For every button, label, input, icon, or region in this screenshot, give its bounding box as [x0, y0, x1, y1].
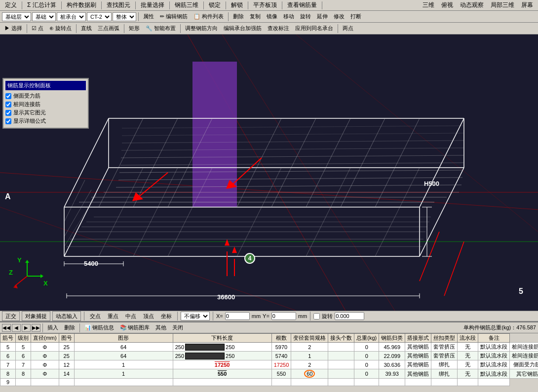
nav-last-btn[interactable]: ▶▶	[32, 324, 40, 332]
insert-btn[interactable]: 插入	[45, 323, 61, 333]
cell-cutlen[interactable]: 5740	[271, 352, 291, 360]
move-btn[interactable]: 移动	[281, 12, 297, 22]
edit-cap-btn[interactable]: 编辑承台加强筋	[221, 24, 264, 34]
copy-btn[interactable]: 复制	[247, 12, 263, 22]
cell-figno[interactable]: 64	[74, 343, 173, 352]
menu-view-qty[interactable]: 查看钢筋量	[284, 0, 320, 10]
x-input[interactable]	[225, 312, 250, 320]
cell-count[interactable]: 2	[291, 343, 328, 352]
table-container[interactable]: 筋号 级别 直径(mm) 图号 图形 下料长度 根数 变径套筒规格 接头个数 总…	[0, 333, 538, 392]
cell-grade[interactable]: Φ	[31, 369, 59, 379]
cell-shape[interactable]: 250 250	[173, 352, 271, 360]
cell-category[interactable]: 其他钢筋	[405, 343, 431, 352]
cell-shape[interactable]: 550	[173, 369, 271, 379]
cb-show-formula-check[interactable]	[5, 118, 11, 124]
cell-empty-12[interactable]	[431, 379, 458, 386]
cell-dia[interactable]: 12	[59, 360, 74, 369]
menu-3d[interactable]: 三维	[420, 0, 437, 10]
rect-btn[interactable]: 矩形	[126, 24, 142, 34]
cell-count[interactable]: 1	[291, 352, 328, 360]
cb-show-other[interactable]: 显示其它图元	[5, 109, 86, 116]
scope-select[interactable]: 整体	[113, 12, 136, 21]
select-btn[interactable]: ▶ 选择	[2, 24, 25, 34]
nav-next-btn[interactable]: ▶	[22, 324, 31, 332]
cell-taper[interactable]	[328, 352, 354, 360]
cell-grade[interactable]: Φ	[31, 343, 59, 352]
attr-btn[interactable]: 属性	[141, 12, 156, 22]
cell-cutlen[interactable]: 5970	[271, 343, 291, 352]
rebar-info-btn[interactable]: 📊 钢筋信息	[82, 323, 116, 333]
cell-empty-10[interactable]	[379, 379, 405, 386]
cell-thread[interactable]: 无	[458, 343, 478, 352]
delete-btn[interactable]: 删除	[231, 12, 246, 22]
cell-weight[interactable]: 39.93	[379, 369, 405, 379]
cell-cutlen[interactable]: 17250	[271, 360, 291, 369]
cell-empty-4[interactable]	[74, 379, 173, 386]
rotate-checkbox[interactable]	[313, 313, 320, 320]
line-btn[interactable]: 直线	[78, 24, 94, 34]
nav-first-btn[interactable]: ◀◀	[2, 324, 11, 332]
cell-empty-14[interactable]	[478, 379, 510, 386]
cell-id-empty[interactable]: 9	[0, 379, 16, 386]
snap-top-btn[interactable]: 顶点	[141, 311, 156, 321]
cell-id[interactable]: 8	[0, 369, 16, 379]
cell-taper[interactable]	[328, 360, 354, 369]
snap-coord-btn[interactable]: 坐标	[158, 311, 174, 321]
cell-num[interactable]: 7	[16, 360, 31, 369]
snap-obj-btn[interactable]: 对象捕捉	[22, 311, 50, 321]
cell-thread[interactable]: 无	[458, 369, 478, 379]
cell-grade[interactable]: Φ	[31, 360, 59, 369]
cell-taper[interactable]	[328, 369, 354, 379]
cell-empty-8[interactable]	[328, 379, 354, 386]
ct-select[interactable]: CT-2	[87, 12, 112, 21]
del-row-btn[interactable]: 删除	[62, 323, 77, 333]
cell-empty-3[interactable]	[59, 379, 74, 386]
rotate-input[interactable]	[335, 312, 364, 320]
other-btn[interactable]: 其他	[153, 323, 169, 333]
cell-shape[interactable]: 250 250	[173, 343, 271, 352]
cell-joints[interactable]: 0	[354, 369, 379, 379]
menu-top[interactable]: 俯视	[438, 0, 456, 10]
cell-joints[interactable]: 0	[354, 360, 379, 369]
cell-remark[interactable]: 其它钢筋	[510, 369, 538, 379]
cell-id[interactable]: 7	[0, 360, 16, 369]
cell-weight[interactable]: 30.636	[379, 360, 405, 369]
cell-empty-6[interactable]	[271, 379, 291, 386]
cell-figno[interactable]: 64	[74, 352, 173, 360]
cell-num[interactable]: 8	[16, 369, 31, 379]
menu-batch[interactable]: 批量选择	[138, 0, 167, 10]
cell-id[interactable]: 5	[0, 343, 16, 352]
menu-unlock[interactable]: 解锁	[228, 0, 246, 10]
rotate-point-btn[interactable]: ⊕ 旋转点	[47, 24, 74, 34]
cell-count-highlighted[interactable]: 60	[291, 369, 328, 379]
cell-empty-1[interactable]	[16, 379, 31, 386]
cb-side-rebar-check[interactable]	[5, 93, 11, 99]
menu-orbit[interactable]: 动态观察	[457, 0, 487, 10]
adjust-dir-btn[interactable]: 调整钢筋方向	[183, 24, 220, 34]
edit-rebar-btn[interactable]: ✏ 编辑钢筋	[157, 12, 190, 22]
cell-thread[interactable]: 无	[458, 352, 478, 360]
cell-count[interactable]: 2	[291, 360, 328, 369]
two-point-btn[interactable]: 两点	[340, 24, 356, 34]
check-mark-btn[interactable]: 查改标注	[265, 24, 292, 34]
component-select[interactable]: 桩承台	[57, 12, 86, 21]
cb-show-other-check[interactable]	[5, 110, 11, 116]
cell-dia[interactable]: 25	[59, 343, 74, 352]
cell-splice[interactable]: 套管挤压	[431, 343, 458, 352]
snap-intersect-btn[interactable]: 交点	[87, 311, 103, 321]
cell-joints[interactable]: 0	[354, 343, 379, 352]
y-input[interactable]	[271, 312, 296, 320]
cell-splice[interactable]: 绑扎	[431, 369, 458, 379]
cell-category[interactable]: 其他钢筋	[405, 360, 431, 369]
cell-dia[interactable]: 14	[59, 369, 74, 379]
cb-pile-rebar-check[interactable]	[5, 102, 11, 107]
cell-id[interactable]: 6	[0, 352, 16, 360]
cell-num[interactable]: 5	[16, 343, 31, 352]
apply-same-btn[interactable]: 应用到同名承台	[293, 24, 336, 34]
snap-ortho-btn[interactable]: 正交	[2, 311, 20, 321]
break-btn[interactable]: 打断	[348, 12, 364, 22]
snap-midpoint-btn[interactable]: 重点	[105, 311, 121, 321]
cell-segment[interactable]: 默认流水段	[478, 369, 510, 379]
rotate-btn[interactable]: 旋转	[298, 12, 313, 22]
menu-find[interactable]: 查找图元	[104, 0, 133, 10]
